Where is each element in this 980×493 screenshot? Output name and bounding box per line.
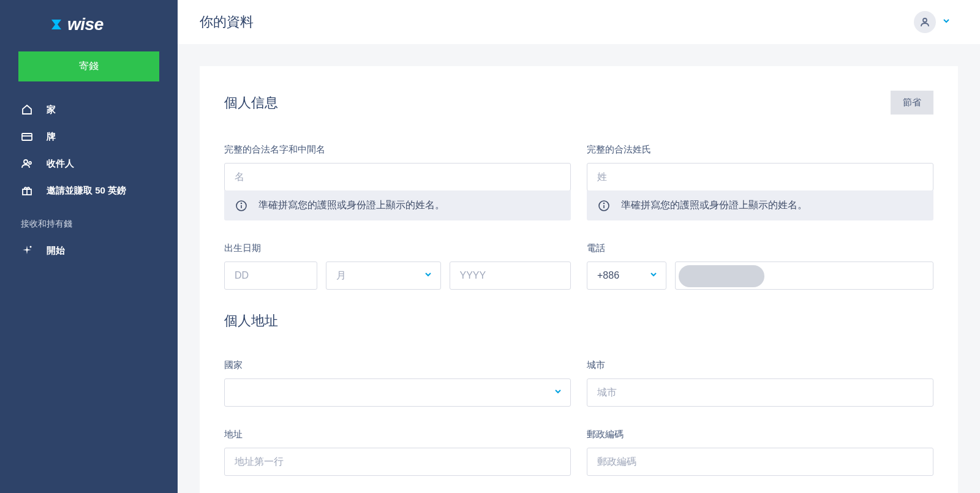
dob-month-select[interactable] bbox=[326, 262, 441, 290]
save-button[interactable]: 節省 bbox=[891, 91, 933, 115]
svg-rect-0 bbox=[22, 134, 32, 140]
recipients-icon bbox=[21, 157, 33, 170]
sidebar-item-label: 邀請並賺取 50 英鎊 bbox=[47, 185, 126, 197]
city-input[interactable] bbox=[587, 378, 933, 407]
topbar: 你的資料 bbox=[178, 0, 980, 44]
last-name-label: 完整的合法姓氏 bbox=[587, 144, 933, 156]
sidebar-item-recipients[interactable]: 收件人 bbox=[18, 150, 159, 177]
svg-point-14 bbox=[604, 203, 605, 203]
first-name-label: 完整的合法名字和中間名 bbox=[224, 144, 571, 156]
sidebar-item-invite[interactable]: 邀請並賺取 50 英鎊 bbox=[18, 177, 159, 204]
form-card: 個人信息 節省 完整的合法名字和中間名 準確拼寫您的護照或身份證上顯示的姓名。 bbox=[200, 66, 958, 493]
page-title: 你的資料 bbox=[200, 13, 254, 31]
last-name-input[interactable] bbox=[587, 163, 933, 191]
sidebar-item-label: 收件人 bbox=[47, 158, 74, 170]
sidebar-item-label: 家 bbox=[47, 104, 56, 116]
first-name-hint: 準確拼寫您的護照或身份證上顯示的姓名。 bbox=[224, 190, 571, 220]
dob-label: 出生日期 bbox=[224, 243, 571, 254]
last-name-hint: 準確拼寫您的護照或身份證上顯示的姓名。 bbox=[587, 190, 933, 220]
brand-name: wise bbox=[67, 15, 104, 34]
gift-icon bbox=[21, 184, 33, 197]
sidebar-item-home[interactable]: 家 bbox=[18, 96, 159, 123]
dob-year-input[interactable] bbox=[450, 262, 571, 290]
svg-point-2 bbox=[24, 160, 28, 164]
sidebar-item-label: 開始 bbox=[47, 245, 65, 257]
sidebar-section-label: 接收和持有錢 bbox=[18, 204, 159, 237]
send-money-button[interactable]: 寄錢 bbox=[18, 51, 159, 81]
postal-code-input[interactable] bbox=[587, 448, 933, 476]
svg-point-8 bbox=[923, 18, 927, 22]
sidebar-item-label: 牌 bbox=[47, 131, 56, 143]
sidebar-item-start[interactable]: 開始 bbox=[18, 237, 159, 264]
hint-text: 準確拼寫您的護照或身份證上顯示的姓名。 bbox=[258, 199, 445, 212]
sidebar-item-card[interactable]: 牌 bbox=[18, 123, 159, 150]
country-select[interactable] bbox=[224, 378, 571, 407]
city-label: 城市 bbox=[587, 359, 933, 371]
sparkle-icon bbox=[21, 244, 33, 257]
avatar bbox=[914, 11, 936, 33]
brand-logo[interactable]: wise bbox=[18, 15, 159, 34]
svg-point-11 bbox=[241, 203, 242, 203]
main-content: 你的資料 個人信息 節省 完整的合法名字和中間名 bbox=[178, 0, 980, 493]
info-icon bbox=[235, 200, 247, 212]
address-label: 地址 bbox=[224, 429, 571, 440]
phone-country-code-select[interactable] bbox=[587, 262, 666, 290]
postal-label: 郵政編碼 bbox=[587, 429, 933, 440]
redacted-phone-value bbox=[679, 265, 764, 287]
country-label: 國家 bbox=[224, 359, 571, 371]
first-name-input[interactable] bbox=[224, 163, 571, 191]
home-icon bbox=[21, 103, 33, 116]
svg-point-7 bbox=[30, 246, 32, 248]
card-icon bbox=[21, 130, 33, 143]
phone-label: 電話 bbox=[587, 243, 933, 254]
content-area: 個人信息 節省 完整的合法名字和中間名 準確拼寫您的護照或身份證上顯示的姓名。 bbox=[178, 44, 980, 493]
hint-text: 準確拼寫您的護照或身份證上顯示的姓名。 bbox=[621, 199, 807, 212]
wise-flag-icon bbox=[49, 17, 65, 32]
svg-point-3 bbox=[29, 162, 31, 164]
sidebar: wise 寄錢 家 牌 收件人 邀請並賺取 50 英鎊 bbox=[0, 0, 178, 493]
info-icon bbox=[598, 200, 610, 212]
address-line1-input[interactable] bbox=[224, 448, 571, 476]
section-title-address: 個人地址 bbox=[224, 312, 933, 330]
section-title-personal-info: 個人信息 bbox=[224, 94, 278, 112]
chevron-down-icon bbox=[942, 17, 951, 28]
profile-menu[interactable] bbox=[914, 11, 958, 33]
dob-day-input[interactable] bbox=[224, 262, 317, 290]
